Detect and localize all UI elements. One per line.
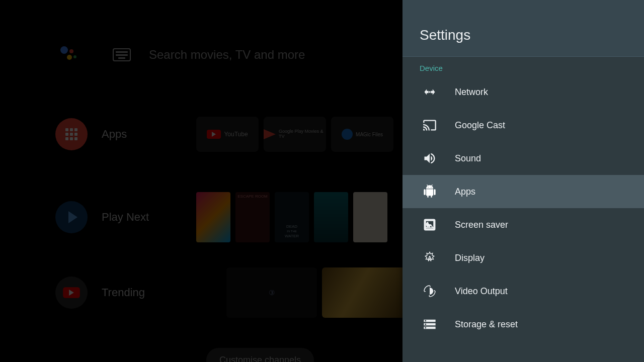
youtube-icon <box>207 130 221 139</box>
settings-item-storage-reset[interactable]: Storage & reset <box>403 308 644 341</box>
settings-title: Settings <box>420 27 644 43</box>
app-tile-label: YouTube <box>224 131 248 138</box>
settings-item-apps[interactable]: Apps <box>403 175 644 208</box>
storage-icon <box>420 314 440 334</box>
apps-row-icon[interactable] <box>55 118 88 150</box>
android-icon <box>420 182 440 202</box>
settings-item-network[interactable]: Network <box>403 75 644 109</box>
settings-item-google-cast[interactable]: Google Cast <box>403 109 644 142</box>
settings-header: Settings <box>403 0 644 57</box>
assistant-logo-icon <box>60 45 79 64</box>
display-icon: A <box>420 248 440 268</box>
apps-row-label: Apps <box>102 128 182 141</box>
trending-thumb[interactable] <box>322 267 413 318</box>
settings-item-label: Video Output <box>455 286 508 297</box>
screensaver-icon <box>420 215 440 235</box>
play-next-row-label: Play Next <box>102 211 182 224</box>
settings-item-sound[interactable]: Sound <box>403 142 644 175</box>
settings-item-screen-saver[interactable]: Screen saver <box>403 208 644 241</box>
trending-row-icon[interactable] <box>55 277 88 309</box>
youtube-icon <box>63 287 80 298</box>
settings-item-label: Google Cast <box>455 120 505 131</box>
settings-section-label: Device <box>403 57 644 75</box>
app-tile-play-movies[interactable]: Google Play Movies & TV <box>264 117 326 152</box>
settings-item-display[interactable]: A Display <box>403 241 644 275</box>
settings-item-label: Apps <box>455 187 475 197</box>
play-movies-icon <box>264 129 276 139</box>
app-tile-label: Google Play Movies & TV <box>279 129 326 139</box>
keyboard-icon[interactable] <box>113 48 131 61</box>
app-tile-label: MAGic Files <box>356 132 383 137</box>
settings-item-label: Sound <box>455 153 481 164</box>
sound-icon <box>420 148 440 168</box>
settings-item-label: Storage & reset <box>455 319 518 330</box>
poster[interactable] <box>353 192 387 242</box>
play-next-row-icon[interactable] <box>55 201 88 233</box>
settings-item-label: Screen saver <box>455 220 508 230</box>
settings-panel: Settings Device Network Google Cast Soun… <box>403 0 644 362</box>
search-placeholder[interactable]: Search movies, TV and more <box>149 48 305 62</box>
svg-point-0 <box>429 91 430 93</box>
svg-text:A: A <box>428 255 432 261</box>
settings-list: Network Google Cast Sound Apps Screen sa <box>403 75 644 362</box>
settings-item-label: Display <box>455 253 485 263</box>
network-icon <box>420 82 440 102</box>
trending-thumb[interactable]: ③ <box>226 267 317 318</box>
app-tile-youtube[interactable]: YouTube <box>196 117 259 152</box>
settings-item-label: Network <box>455 87 488 98</box>
video-output-icon <box>420 281 440 301</box>
poster[interactable]: DEADIN THEWATER <box>275 192 309 242</box>
settings-item-video-output[interactable]: Video Output <box>403 275 644 308</box>
cast-icon <box>420 115 440 135</box>
poster[interactable] <box>314 192 348 242</box>
app-tile-magic-files[interactable]: MAGic Files <box>331 117 393 152</box>
customise-channels-button[interactable]: Customise channels <box>206 348 314 362</box>
trending-row-label: Trending <box>102 286 182 299</box>
poster[interactable]: ESCAPE ROOM <box>235 192 270 242</box>
magic-files-icon <box>342 129 353 140</box>
search-row: Search movies, TV and more <box>60 45 305 64</box>
poster[interactable] <box>196 192 230 242</box>
